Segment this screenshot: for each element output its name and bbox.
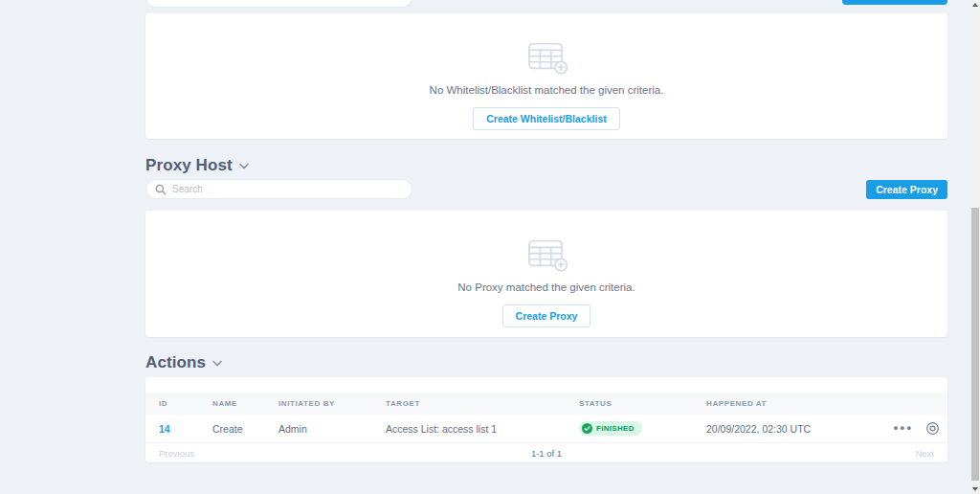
proxy-search-input[interactable] xyxy=(172,184,404,194)
pagination-range: 1-1 of 1 xyxy=(145,448,947,459)
proxy-host-title: Proxy Host xyxy=(145,156,233,175)
table-row: 14 Create Admin Access List: access list… xyxy=(145,415,947,442)
whitelist-empty-text: No Whitelist/Blacklist matched the given… xyxy=(430,84,664,96)
header-target: TARGET xyxy=(386,399,579,408)
proxy-search[interactable] xyxy=(145,179,412,199)
row-happened-at: 20/09/2022, 02:30 UTC xyxy=(706,423,880,435)
create-whitelist-top-button[interactable] xyxy=(842,0,947,5)
search-icon xyxy=(155,184,167,195)
row-initiated-by: Admin xyxy=(278,423,386,435)
whitelist-empty-card: No Whitelist/Blacklist matched the given… xyxy=(145,13,947,139)
status-badge-label: FINISHED xyxy=(596,424,635,433)
row-name: Create xyxy=(212,423,278,435)
header-id: ID xyxy=(159,399,212,408)
actions-heading[interactable]: Actions xyxy=(145,353,222,372)
header-happened-at: HAPPENED AT xyxy=(706,399,880,408)
header-initiated-by: INITIATED BY xyxy=(278,399,386,408)
table-pagination: Previous 1-1 of 1 Next xyxy=(145,442,947,462)
proxy-empty-text: No Proxy matched the given criteria. xyxy=(457,281,635,293)
empty-table-icon xyxy=(524,236,568,273)
check-circle-icon xyxy=(582,423,592,434)
scrollbar-thumb[interactable] xyxy=(971,208,979,481)
proxy-host-heading[interactable]: Proxy Host xyxy=(145,156,249,175)
create-proxy-button[interactable]: Create Proxy xyxy=(866,180,947,199)
actions-table-header: ID NAME INITIATED BY TARGET STATUS HAPPE… xyxy=(145,393,947,415)
vertical-scrollbar[interactable] xyxy=(970,0,980,494)
status-badge: FINISHED xyxy=(579,421,642,436)
row-view-eye-icon[interactable] xyxy=(925,421,940,436)
whitelist-search-input[interactable] xyxy=(145,0,412,8)
row-target: Access List: access list 1 xyxy=(386,423,579,435)
create-proxy-empty-button[interactable]: Create Proxy xyxy=(502,304,591,327)
create-whitelist-button[interactable]: Create Whitelist/Blacklist xyxy=(473,107,619,130)
header-name: NAME xyxy=(212,399,278,408)
empty-table-icon xyxy=(524,39,568,76)
chevron-down-icon xyxy=(239,163,249,169)
header-status: STATUS xyxy=(579,399,706,408)
row-id-link[interactable]: 14 xyxy=(159,423,212,435)
chevron-down-icon xyxy=(212,360,222,367)
row-more-menu-icon[interactable]: ●●● xyxy=(893,424,913,433)
proxy-empty-card: No Proxy matched the given criteria. Cre… xyxy=(145,211,947,337)
actions-table: ID NAME INITIATED BY TARGET STATUS HAPPE… xyxy=(145,377,947,462)
actions-title: Actions xyxy=(145,353,206,372)
proxy-admin-page: No Whitelist/Blacklist matched the given… xyxy=(0,0,980,494)
scroll-down-arrow-icon[interactable] xyxy=(970,484,980,494)
scroll-up-arrow-icon[interactable] xyxy=(970,0,980,10)
